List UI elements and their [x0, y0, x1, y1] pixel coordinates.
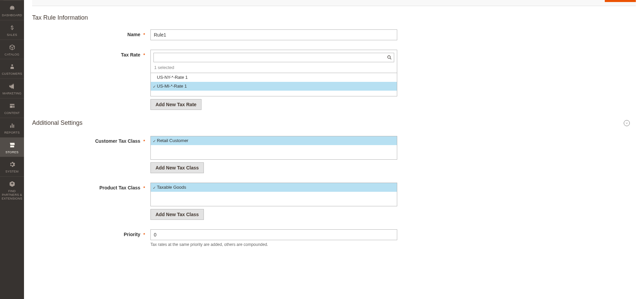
additional-settings-header[interactable]: Additional Settings — [32, 119, 636, 127]
add-product-tax-class-button[interactable]: Add New Tax Class — [150, 209, 204, 220]
search-icon — [387, 55, 392, 60]
sidebar-item-catalog[interactable]: CATALOG — [0, 40, 24, 59]
label-customer-tax-class: Customer Tax Class* — [32, 136, 150, 144]
product-tax-class-option[interactable]: Taxable Goods — [151, 183, 397, 192]
cube-icon — [8, 43, 16, 51]
gear-icon — [8, 160, 16, 168]
section-title-additional-settings: Additional Settings — [32, 119, 82, 127]
sidebar-item-customers[interactable]: CUSTOMERS — [0, 59, 24, 78]
sidebar-label: CONTENT — [4, 111, 20, 115]
sidebar-label: DASHBOARD — [2, 14, 22, 17]
add-new-tax-rate-button[interactable]: Add New Tax Rate — [150, 99, 201, 110]
label-tax-rate: Tax Rate* — [32, 50, 150, 58]
priority-input[interactable] — [150, 229, 397, 240]
tax-rate-option[interactable]: US-NY-*-Rate 1 — [151, 73, 397, 82]
admin-sidebar: DASHBOARD SALES CATALOG CUSTOMERS MARKET… — [0, 0, 24, 299]
customer-tax-class-option[interactable]: Retail Customer — [151, 136, 397, 145]
tax-rate-option-list: US-NY-*-Rate 1 US-MI-*-Rate 1 — [150, 73, 397, 96]
storefront-icon — [8, 141, 16, 149]
dollar-icon — [8, 24, 16, 32]
add-customer-tax-class-button[interactable]: Add New Tax Class — [150, 162, 204, 173]
sidebar-item-system[interactable]: SYSTEM — [0, 157, 24, 176]
label-name: Name* — [32, 29, 150, 37]
label-priority: Priority* — [32, 229, 150, 237]
name-input[interactable] — [150, 29, 397, 40]
sidebar-item-find-partners[interactable]: FIND PARTNERS & EXTENSIONS — [0, 176, 24, 203]
blocks-icon — [8, 102, 16, 110]
customer-tax-class-listbox: Retail Customer — [150, 136, 397, 160]
main-content: Tax Rule Information Name* Tax Rate* — [24, 0, 644, 299]
chevron-down-icon[interactable] — [624, 120, 630, 126]
sidebar-label: SALES — [7, 33, 17, 37]
sidebar-label: FIND PARTNERS & EXTENSIONS — [1, 189, 23, 200]
gauge-icon — [8, 4, 16, 12]
sidebar-label: CATALOG — [5, 53, 20, 56]
tax-rate-search-input[interactable] — [153, 53, 394, 62]
sidebar-label: STORES — [5, 151, 19, 154]
page-header-bar — [32, 0, 636, 6]
sidebar-label: CUSTOMERS — [2, 72, 22, 76]
field-row-product-tax-class: Product Tax Class* Taxable Goods Add New… — [32, 183, 636, 220]
svg-line-1 — [390, 58, 391, 59]
megaphone-icon — [8, 82, 16, 90]
sidebar-label: REPORTS — [4, 131, 20, 135]
person-icon — [8, 63, 16, 71]
sidebar-item-dashboard[interactable]: DASHBOARD — [0, 0, 24, 20]
sidebar-item-stores[interactable]: STORES — [0, 137, 24, 157]
save-button[interactable] — [605, 0, 636, 2]
sidebar-label: SYSTEM — [5, 170, 19, 174]
sidebar-item-content[interactable]: CONTENT — [0, 98, 24, 118]
field-row-customer-tax-class: Customer Tax Class* Retail Customer Add … — [32, 136, 636, 173]
sidebar-item-sales[interactable]: SALES — [0, 20, 24, 40]
svg-point-0 — [388, 56, 390, 59]
label-product-tax-class: Product Tax Class* — [32, 183, 150, 190]
field-row-priority: Priority* Tax rates at the same priority… — [32, 229, 636, 247]
field-row-name: Name* — [32, 29, 636, 40]
product-tax-class-listbox: Taxable Goods — [150, 183, 397, 206]
sidebar-item-reports[interactable]: REPORTS — [0, 118, 24, 137]
tax-rate-selected-count: 1 selected — [153, 65, 394, 70]
sidebar-label: MARKETING — [2, 92, 21, 95]
priority-help-text: Tax rates at the same priority are added… — [150, 242, 397, 247]
bars-icon — [8, 121, 16, 130]
field-row-tax-rate: Tax Rate* 1 selected US-NY-*-Rate 1 US-M… — [32, 50, 636, 110]
section-title-tax-rule-info: Tax Rule Information — [32, 14, 636, 21]
tax-rate-multiselect: 1 selected — [150, 50, 397, 73]
tax-rate-option[interactable]: US-MI-*-Rate 1 — [151, 82, 397, 91]
sidebar-item-marketing[interactable]: MARKETING — [0, 78, 24, 98]
extension-icon — [8, 180, 16, 188]
